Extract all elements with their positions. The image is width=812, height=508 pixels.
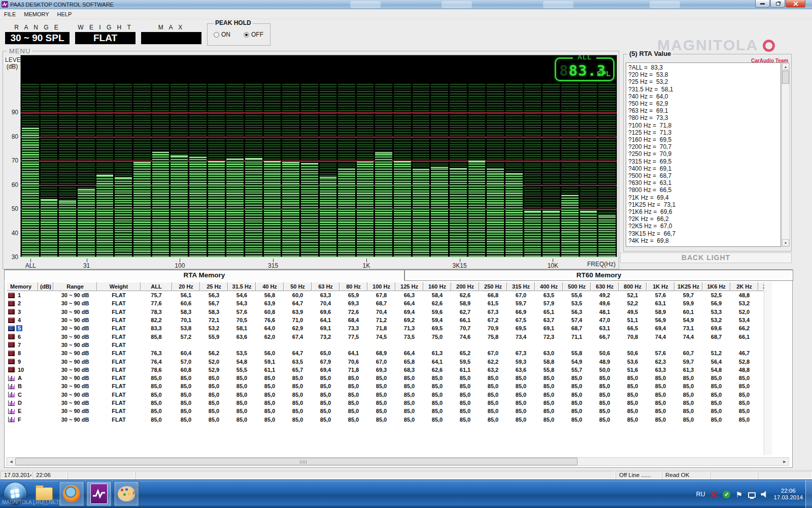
rta-value-item[interactable]: ?1K6 Hz = 69,6 <box>628 208 781 215</box>
memory-row-number[interactable]: 10 <box>16 367 25 373</box>
rta-value-item[interactable]: ?200 Hz = 70,7 <box>628 143 781 150</box>
safely-remove-icon[interactable]: ✓ <box>723 491 730 498</box>
spectrum-bar-1K <box>357 162 374 257</box>
rta-value-item[interactable]: ?31.5 Hz = 58,1 <box>628 86 781 93</box>
memory-row-label-cell[interactable]: E <box>7 408 38 414</box>
cell-value: 74,4 <box>674 334 702 340</box>
rta-value-item[interactable]: ?125 Hz = 71,3 <box>628 129 781 136</box>
rta-value-item[interactable]: ?630 Hz = 63,1 <box>628 179 781 186</box>
scrollbar-thumb[interactable] <box>15 458 578 465</box>
scroll-left-icon[interactable]: ◀ <box>7 458 15 465</box>
memory-row-label-cell[interactable]: 8 <box>7 350 38 356</box>
start-button[interactable] <box>4 483 26 505</box>
taskbar-paint-button[interactable] <box>114 481 139 506</box>
memory-row-number[interactable]: F <box>16 417 23 423</box>
scroll-down-icon[interactable]: ▼ <box>782 239 789 246</box>
rta-value-item[interactable]: ?4K Hz = 69,8 <box>628 237 781 244</box>
language-indicator[interactable]: RU <box>696 491 705 498</box>
cell-value: 52,0 <box>730 309 758 315</box>
table-horizontal-scrollbar[interactable]: ◀ ▶ <box>7 457 789 466</box>
rta-value-item[interactable]: ?20 Hz = 53,8 <box>628 71 781 78</box>
cell-value: 50,6 <box>619 350 647 356</box>
memory-row-label-cell[interactable]: 2 <box>7 300 38 306</box>
volume-icon[interactable] <box>761 491 768 498</box>
rta-value-item[interactable]: ?160 Hz = 69,5 <box>628 136 781 143</box>
taskbar-firefox-button[interactable] <box>59 481 84 506</box>
peak-hold-off-radio[interactable]: OFF <box>244 31 263 38</box>
tray-app-icon[interactable] <box>710 491 718 498</box>
taskbar-explorer-button[interactable] <box>31 481 57 506</box>
menu-item-memory[interactable]: MEMORY <box>20 10 53 18</box>
memory-row-label-cell[interactable]: 3 <box>7 309 38 315</box>
memory-row-number[interactable]: 7 <box>16 342 22 348</box>
memory-row-number[interactable]: B <box>16 383 23 389</box>
back-light-button[interactable]: BACK LIGHT <box>620 252 792 263</box>
memory-row-number[interactable]: 9 <box>16 359 22 365</box>
memory-row-number[interactable]: 5 <box>16 325 22 331</box>
cell-value: 85,0 <box>479 400 507 406</box>
maximize-button[interactable] <box>770 0 785 8</box>
close-button[interactable] <box>786 0 805 8</box>
memory-row-number[interactable]: 6 <box>16 334 22 340</box>
memory-row-number[interactable]: 2 <box>16 300 22 306</box>
rta-value-item[interactable]: ?80 Hz = 73,3 <box>628 114 781 121</box>
menu-item-help[interactable]: HELP <box>53 10 76 18</box>
rta-value-list[interactable]: ?ALL = 83,3?20 Hz = 53,8?25 Hz = 53,2?31… <box>626 62 781 247</box>
scroll-right-icon[interactable]: ▶ <box>781 458 789 465</box>
rta-value-item[interactable]: ?2K5 Hz = 67,0 <box>628 223 781 230</box>
rta-value-item[interactable]: ?40 Hz = 64,0 <box>628 93 781 100</box>
cell-value: 85,0 <box>256 408 284 414</box>
memory-row-label-cell[interactable]: C <box>7 392 38 398</box>
memory-row-label-cell[interactable]: D <box>7 400 38 406</box>
rta-value-item[interactable]: ?250 Hz = 70,9 <box>628 150 781 157</box>
show-desktop-button[interactable] <box>805 480 812 508</box>
memory-row-number[interactable]: C <box>16 392 23 398</box>
rta-value-item[interactable]: ?63 Hz = 69,1 <box>628 107 781 114</box>
memory-row-label-cell[interactable]: 1 <box>7 292 38 298</box>
memory-row-label-cell[interactable]: F <box>7 417 38 423</box>
memory-row-number[interactable]: 3 <box>16 309 22 315</box>
memory-row-number[interactable]: 4 <box>16 317 22 323</box>
memory-row-label-cell[interactable]: 7 <box>7 342 38 348</box>
scroll-up-icon[interactable]: ▲ <box>782 63 789 70</box>
action-center-flag-icon[interactable]: ⚑ <box>735 491 743 498</box>
rta-value-item[interactable]: ?800 Hz = 66,5 <box>628 186 781 194</box>
memory-row-number[interactable]: D <box>16 400 23 406</box>
memory-row-label-cell[interactable]: 9 <box>7 359 38 365</box>
rta-value-item[interactable]: ?100 Hz = 71,8 <box>628 122 781 129</box>
rta-value-item[interactable]: ?500 Hz = 68,7 <box>628 172 781 179</box>
minimize-button[interactable] <box>755 0 770 8</box>
rta-value-item[interactable]: ?3K15 Hz = 66,7 <box>628 230 781 237</box>
memory-row-number[interactable]: E <box>16 408 23 414</box>
tab-rt60-memory[interactable]: RT60 Memory <box>404 270 793 281</box>
rta-value-item[interactable]: ?400 Hz = 69,1 <box>628 165 781 172</box>
weight-display[interactable]: FLAT <box>75 32 136 44</box>
memory-row-number[interactable]: A <box>16 375 23 381</box>
memory-row-label-cell[interactable]: 10 <box>7 367 38 373</box>
rta-value-item[interactable]: ?315 Hz = 69,5 <box>628 158 781 165</box>
memory-row-label-cell[interactable]: 6 <box>7 334 38 340</box>
memory-row-label-cell[interactable]: B <box>7 383 38 389</box>
rta-value-item[interactable]: ?25 Hz = 53,2 <box>628 78 781 85</box>
tray-clock[interactable]: 22:06 17.03.2014 <box>773 488 803 501</box>
scrollbar-thumb[interactable] <box>782 71 789 84</box>
memory-row-label-cell[interactable]: 4 <box>7 317 38 323</box>
tab-rta-memory[interactable]: RTA Memory <box>4 270 404 281</box>
rta-value-item[interactable]: ?1K25 Hz = 73,1 <box>628 201 781 208</box>
cell-value: 63,1 <box>647 300 674 306</box>
rta-value-item[interactable]: ?50 Hz = 62,9 <box>628 100 781 107</box>
network-icon[interactable] <box>748 492 756 498</box>
range-display[interactable]: 30 ~ 90 SPL <box>5 32 70 44</box>
rta-value-item[interactable]: ?ALL = 83,3 <box>628 64 781 71</box>
peak-hold-on-radio[interactable]: ON <box>214 31 230 38</box>
max-display[interactable] <box>141 32 201 44</box>
taskbar-paa3-button[interactable] <box>86 481 112 506</box>
memory-row-label-cell[interactable]: A <box>7 375 38 381</box>
rta-value-item[interactable]: ?2K Hz = 66,2 <box>628 215 781 223</box>
memory-row-label-cell[interactable]: 5 <box>7 325 38 331</box>
menu-item-file[interactable]: FILE <box>0 10 20 18</box>
memory-row-number[interactable]: 1 <box>16 292 22 298</box>
rta-list-scrollbar[interactable]: ▲ ▼ <box>782 62 790 247</box>
rta-value-item[interactable]: ?1K Hz = 69,4 <box>628 194 781 201</box>
memory-row-number[interactable]: 8 <box>16 350 22 356</box>
